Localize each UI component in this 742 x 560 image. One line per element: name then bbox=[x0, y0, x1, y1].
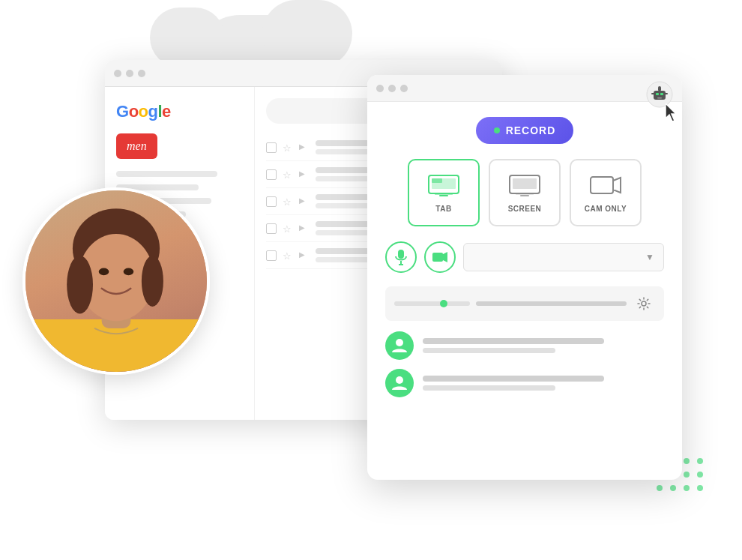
cam-only-label: CAM ONLY bbox=[585, 205, 627, 213]
settings-button[interactable] bbox=[633, 292, 655, 315]
reply-icon: ▶ bbox=[299, 169, 310, 180]
dot bbox=[684, 485, 690, 491]
svg-rect-21 bbox=[398, 250, 404, 259]
svg-marker-20 bbox=[613, 178, 621, 193]
svg-point-34 bbox=[67, 256, 93, 313]
svg-point-35 bbox=[142, 256, 163, 307]
user-photo bbox=[22, 187, 210, 375]
mode-cam-only-button[interactable]: CAM ONLY bbox=[570, 159, 642, 226]
svg-point-27 bbox=[396, 339, 403, 346]
record-button[interactable]: RECORD bbox=[476, 117, 574, 144]
svg-marker-9 bbox=[666, 103, 676, 121]
avatar bbox=[385, 331, 414, 360]
tab-icon bbox=[427, 173, 460, 199]
cloud-decoration-2 bbox=[262, 0, 352, 67]
camera-button[interactable] bbox=[424, 241, 456, 273]
star-icon[interactable]: ☆ bbox=[283, 223, 293, 234]
svg-point-32 bbox=[99, 268, 109, 276]
mode-screen-button[interactable]: SCREEN bbox=[489, 159, 561, 226]
reply-icon: ▶ bbox=[299, 196, 310, 207]
svg-point-33 bbox=[124, 268, 134, 276]
svg-rect-24 bbox=[432, 253, 443, 262]
user-name bbox=[423, 338, 604, 344]
star-icon[interactable]: ☆ bbox=[283, 142, 293, 153]
browser-dot-yellow bbox=[126, 70, 133, 77]
dot bbox=[697, 472, 703, 478]
user-detail bbox=[423, 385, 555, 391]
email-checkbox[interactable] bbox=[266, 250, 277, 261]
dot bbox=[657, 485, 663, 491]
email-checkbox[interactable] bbox=[266, 196, 277, 207]
svg-point-6 bbox=[658, 86, 661, 89]
compose-button[interactable]: men bbox=[116, 133, 157, 159]
email-checkbox[interactable] bbox=[266, 142, 277, 153]
svg-rect-14 bbox=[435, 194, 453, 195]
reply-icon: ▶ bbox=[299, 223, 310, 234]
dropdown-arrow-icon: ▼ bbox=[645, 252, 654, 262]
mode-tab-button[interactable]: TAB bbox=[408, 159, 480, 226]
dot bbox=[697, 485, 703, 491]
svg-rect-2 bbox=[656, 93, 659, 95]
user-detail bbox=[423, 348, 555, 353]
tab-active-dot bbox=[440, 300, 447, 307]
popup-content: RECORD TAB bbox=[367, 102, 682, 412]
mode-selection: TAB SCREEN bbox=[385, 159, 664, 226]
popup-dot bbox=[388, 85, 396, 92]
tab-label: TAB bbox=[435, 205, 451, 213]
dot bbox=[670, 485, 676, 491]
scene: Google men ☆ ▶ bbox=[0, 0, 742, 560]
cloud-decoration-3 bbox=[150, 7, 225, 67]
google-logo: Google bbox=[116, 102, 243, 121]
svg-point-26 bbox=[642, 301, 646, 306]
popup-titlebar bbox=[367, 75, 682, 102]
cam-icon bbox=[589, 173, 622, 199]
user-name bbox=[423, 376, 604, 382]
tab-progress bbox=[394, 301, 470, 306]
svg-point-28 bbox=[396, 376, 403, 384]
screen-icon bbox=[508, 173, 541, 199]
user-list bbox=[385, 331, 664, 397]
record-label: RECORD bbox=[506, 124, 556, 136]
list-item bbox=[385, 369, 664, 397]
record-dot bbox=[494, 127, 500, 133]
sidebar-nav-item bbox=[116, 171, 217, 177]
svg-rect-12 bbox=[432, 178, 442, 183]
browser-dot-red bbox=[114, 70, 121, 77]
star-icon[interactable]: ☆ bbox=[283, 169, 293, 180]
popup-dot bbox=[400, 85, 408, 92]
cursor-arrow bbox=[666, 103, 681, 125]
dot bbox=[684, 458, 690, 464]
microphone-button[interactable] bbox=[385, 241, 417, 273]
svg-rect-13 bbox=[439, 195, 448, 196]
user-info bbox=[423, 338, 664, 353]
dot bbox=[697, 458, 703, 464]
recording-popup: RECORD TAB bbox=[367, 75, 682, 480]
tab-indicator-row bbox=[385, 286, 664, 321]
reply-icon: ▶ bbox=[299, 250, 310, 261]
email-checkbox[interactable] bbox=[266, 169, 277, 180]
star-icon[interactable]: ☆ bbox=[283, 196, 293, 207]
record-area: RECORD bbox=[385, 117, 664, 159]
svg-rect-17 bbox=[520, 195, 529, 196]
svg-rect-16 bbox=[513, 178, 537, 189]
svg-rect-3 bbox=[660, 93, 663, 95]
avatar bbox=[385, 369, 414, 397]
svg-rect-18 bbox=[516, 194, 534, 195]
screen-label: SCREEN bbox=[508, 205, 542, 213]
browser-dot-green bbox=[138, 70, 145, 77]
user-info bbox=[423, 376, 664, 391]
audio-controls: ▼ bbox=[385, 241, 664, 273]
svg-rect-4 bbox=[657, 97, 662, 99]
popup-dot bbox=[376, 85, 384, 92]
svg-rect-19 bbox=[591, 177, 613, 193]
list-item bbox=[385, 331, 664, 360]
audio-source-dropdown[interactable]: ▼ bbox=[463, 243, 664, 271]
tab-name-label bbox=[476, 301, 627, 306]
dot bbox=[684, 472, 690, 478]
svg-marker-25 bbox=[443, 252, 447, 262]
email-checkbox[interactable] bbox=[266, 223, 277, 234]
star-icon[interactable]: ☆ bbox=[283, 250, 293, 261]
reply-icon: ▶ bbox=[299, 142, 310, 153]
